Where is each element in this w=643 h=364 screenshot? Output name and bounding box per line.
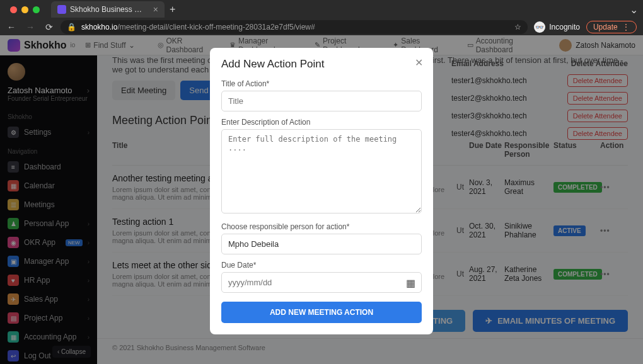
update-button[interactable]: Update ⋮ xyxy=(586,21,637,33)
close-tab-icon[interactable]: × xyxy=(153,4,158,14)
browser-tab[interactable]: Skhokho Business Managemen × xyxy=(51,1,165,18)
incognito-indicator: 👓 Incognito xyxy=(534,21,580,33)
favicon-icon xyxy=(57,5,66,14)
responsible-person-select[interactable] xyxy=(221,234,422,254)
minimize-window-icon[interactable] xyxy=(21,6,28,13)
calendar-icon[interactable]: ▦ xyxy=(406,276,415,288)
close-icon[interactable]: ✕ xyxy=(415,57,423,69)
url-text: skhokho.io/meeting-detail/client-kick-of… xyxy=(81,23,514,31)
modal-title: Add New Action Point xyxy=(221,58,422,71)
action-description-textarea[interactable] xyxy=(221,129,422,213)
forward-icon[interactable]: → xyxy=(25,22,35,32)
reload-icon[interactable]: ⟳ xyxy=(44,22,54,32)
tab-menu-icon[interactable]: ⌄ xyxy=(630,4,638,16)
action-title-input[interactable] xyxy=(221,91,422,111)
field-label: Due Date* xyxy=(221,261,422,270)
window-controls xyxy=(5,6,45,13)
lock-icon: 🔒 xyxy=(67,23,76,31)
add-action-modal: Add New Action Point ✕ Title of Action* … xyxy=(210,48,433,334)
address-bar[interactable]: 🔒 skhokho.io/meeting-detail/client-kick-… xyxy=(61,20,528,34)
incognito-icon: 👓 xyxy=(534,21,545,33)
field-label: Title of Action* xyxy=(221,79,422,88)
back-icon[interactable]: ← xyxy=(6,22,16,32)
field-label: Choose responsible person for action* xyxy=(221,222,422,231)
bookmark-icon[interactable]: ☆ xyxy=(514,23,521,31)
new-tab-button[interactable]: + xyxy=(170,4,175,15)
browser-chrome: Skhokho Business Managemen × + ⌄ ← → ⟳ 🔒… xyxy=(0,0,643,35)
due-date-input[interactable] xyxy=(221,272,422,293)
maximize-window-icon[interactable] xyxy=(33,6,40,13)
field-label: Enter Description of Action xyxy=(221,118,422,127)
add-action-submit-button[interactable]: ADD NEW MEETING ACTION xyxy=(221,302,422,323)
close-window-icon[interactable] xyxy=(10,6,17,13)
tab-title: Skhokho Business Managemen xyxy=(70,5,148,14)
